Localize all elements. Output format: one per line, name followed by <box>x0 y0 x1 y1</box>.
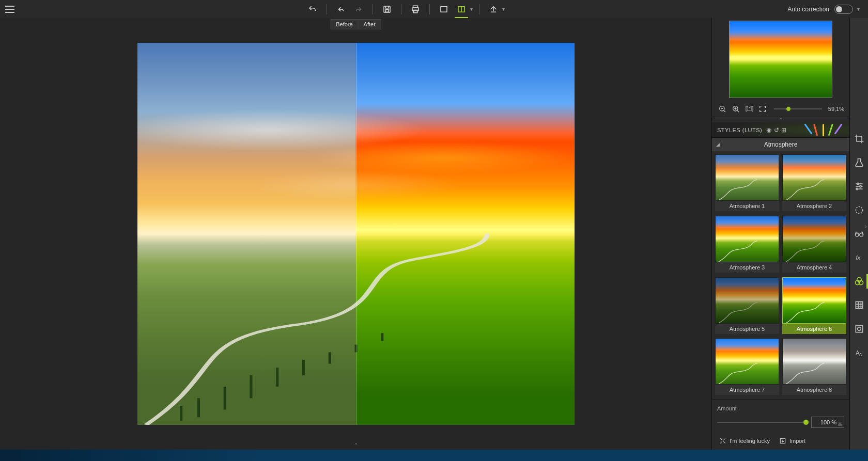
svg-point-45 <box>857 327 861 331</box>
zoom-bar: [1:1] 59,1% <box>712 101 849 117</box>
print-button[interactable] <box>408 2 423 17</box>
before-label: Before <box>330 19 358 29</box>
feeling-lucky-button[interactable]: I'm feeling lucky <box>719 437 770 444</box>
right-tool-strip: fx › AA <box>849 18 868 450</box>
lut-label: Atmosphere 2 <box>782 201 846 211</box>
compare-divider[interactable] <box>356 43 357 425</box>
svg-rect-39 <box>856 301 862 308</box>
import-button[interactable]: Import <box>779 437 805 444</box>
side-panel: [1:1] 59,1% ⌃ STYLES (LUTS) ◉ ↺ ⊞ <box>711 18 849 450</box>
compare-labels: Before After <box>330 19 381 29</box>
expand-panel-icon[interactable]: ⌃ <box>354 442 358 450</box>
svg-rect-44 <box>856 325 862 332</box>
auto-correction-dropdown-icon[interactable]: ▾ <box>857 6 860 12</box>
zoom-out-button[interactable] <box>717 104 727 114</box>
decorative-pencils <box>800 122 846 137</box>
single-view-button[interactable] <box>436 2 452 17</box>
lab-tool-icon[interactable] <box>852 155 866 170</box>
panel-grid-icon[interactable]: ⊞ <box>781 126 787 134</box>
text-tool-icon[interactable]: AA <box>852 345 866 360</box>
auto-correction-control: Auto correction ▾ <box>787 5 860 14</box>
lut-label: Atmosphere 1 <box>715 201 779 211</box>
styles-panel-title: STYLES (LUTS) <box>717 127 762 133</box>
category-collapse-icon: ◢ <box>716 142 720 147</box>
lut-label: Atmosphere 8 <box>782 385 846 395</box>
view-mode-dropdown-icon[interactable]: ▾ <box>470 6 473 12</box>
crop-tool-icon[interactable] <box>852 132 866 146</box>
svg-point-30 <box>859 185 861 187</box>
lut-label: Atmosphere 5 <box>715 324 779 334</box>
lut-grid: Atmosphere 1Atmosphere 2Atmosphere 3Atmo… <box>712 151 849 400</box>
editing-canvas[interactable] <box>137 43 575 425</box>
lut-preset-1[interactable]: Atmosphere 1 <box>715 154 779 213</box>
compare-view-button[interactable] <box>454 2 469 17</box>
styles-panel-header: STYLES (LUTS) ◉ ↺ ⊞ <box>712 122 849 138</box>
after-label: After <box>359 19 381 29</box>
lut-category-label: Atmosphere <box>764 141 798 148</box>
selection-tool-icon[interactable] <box>852 203 866 217</box>
step-forward-button <box>351 2 366 17</box>
panel-visibility-icon[interactable]: ◉ <box>766 126 772 134</box>
amount-control: Amount 100 % <box>712 400 849 433</box>
toolstrip-expand-icon[interactable]: › <box>864 219 868 233</box>
svg-point-31 <box>856 188 858 189</box>
amount-slider[interactable] <box>717 422 806 423</box>
lut-preset-5[interactable]: Atmosphere 5 <box>715 277 779 336</box>
share-dropdown-icon[interactable]: ▾ <box>502 6 505 12</box>
frame-tool-icon[interactable] <box>852 322 866 336</box>
navigator-preview <box>712 18 849 101</box>
zoom-fit-button[interactable] <box>757 104 768 114</box>
svg-rect-1 <box>385 9 389 12</box>
menu-button[interactable] <box>3 3 17 16</box>
lut-label: Atmosphere 6 <box>782 324 846 334</box>
lut-preset-4[interactable]: Atmosphere 4 <box>782 216 846 274</box>
step-back-button[interactable] <box>333 2 349 17</box>
main-area: Before After <box>0 18 868 450</box>
auto-correction-toggle[interactable] <box>834 5 853 14</box>
fx-tool-icon[interactable]: fx <box>852 250 866 265</box>
panel-actions: I'm feeling lucky Import <box>712 433 849 450</box>
undo-button[interactable] <box>305 2 320 17</box>
save-button[interactable] <box>379 2 395 17</box>
zoom-in-button[interactable] <box>731 104 741 114</box>
svg-line-23 <box>737 110 739 112</box>
svg-line-19 <box>724 110 725 112</box>
panel-reset-icon[interactable]: ↺ <box>774 126 780 134</box>
lut-preset-2[interactable]: Atmosphere 2 <box>782 154 846 213</box>
zoom-value: 59,1% <box>828 106 844 112</box>
lut-label: Atmosphere 7 <box>715 385 779 395</box>
texture-tool-icon[interactable] <box>852 298 866 312</box>
sliders-tool-icon[interactable] <box>852 179 866 194</box>
history-group: ▾ ▾ <box>305 2 505 17</box>
lut-label: Atmosphere 4 <box>782 262 846 273</box>
zoom-slider[interactable] <box>774 108 822 109</box>
collapse-navigator-icon[interactable]: ⌃ <box>779 117 783 122</box>
amount-value[interactable]: 100 % <box>811 417 844 428</box>
top-toolbar: ▾ ▾ Auto correction ▾ <box>0 0 868 18</box>
share-button[interactable] <box>486 2 501 17</box>
svg-text:A: A <box>859 352 862 357</box>
amount-label: Amount <box>717 405 844 411</box>
lut-preset-8[interactable]: Atmosphere 8 <box>782 338 846 396</box>
svg-point-32 <box>856 206 862 213</box>
lut-preset-6[interactable]: Atmosphere 6 <box>782 277 846 336</box>
svg-text:fx: fx <box>856 254 861 261</box>
lut-preset-7[interactable]: Atmosphere 7 <box>715 338 779 396</box>
lut-tool-icon[interactable] <box>852 274 866 289</box>
zoom-100-button[interactable]: [1:1] <box>744 104 754 114</box>
lut-label: Atmosphere 3 <box>715 262 779 273</box>
svg-point-29 <box>857 183 858 184</box>
svg-rect-5 <box>441 6 447 12</box>
lut-category-header[interactable]: ◢ Atmosphere <box>712 138 849 151</box>
canvas-area: Before After <box>0 18 711 450</box>
navigator-thumbnail[interactable] <box>729 21 832 98</box>
auto-correction-label: Auto correction <box>787 6 829 13</box>
status-bar <box>0 450 868 461</box>
lut-preset-3[interactable]: Atmosphere 3 <box>715 216 779 274</box>
